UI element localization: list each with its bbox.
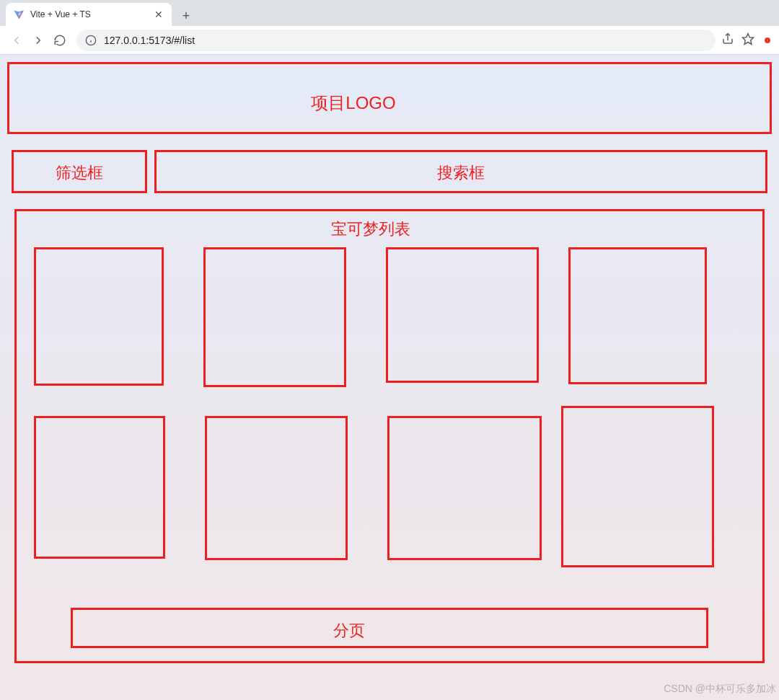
list-title: 宝可梦列表: [12, 218, 729, 240]
search-label: 搜索框: [437, 162, 485, 184]
list-item[interactable]: [568, 247, 707, 384]
vite-favicon-icon: [13, 9, 25, 20]
list-item[interactable]: [34, 247, 164, 386]
new-tab-button[interactable]: +: [176, 6, 196, 26]
filter-box[interactable]: 筛选框: [12, 150, 147, 193]
info-icon[interactable]: [85, 35, 97, 46]
list-container: 宝可梦列表 分页: [14, 209, 765, 663]
list-item[interactable]: [386, 247, 539, 383]
filter-label: 筛选框: [56, 162, 103, 184]
browser-toolbar: 127.0.0.1:5173/#/list: [0, 26, 779, 55]
list-item[interactable]: [387, 416, 542, 560]
toolbar-right: [721, 32, 773, 48]
page-viewport: 项目LOGO 筛选框 搜索框 宝可梦列表 分页 CSDN @中杯可乐多加冰: [0, 55, 779, 700]
browser-chrome: Vite + Vue + TS ✕ + 127.0.0.1:5173/#/lis…: [0, 0, 779, 55]
search-box[interactable]: 搜索框: [154, 150, 767, 193]
filter-search-row: 筛选框 搜索框: [7, 150, 772, 193]
list-item[interactable]: [205, 416, 348, 560]
reload-button[interactable]: [49, 30, 71, 51]
logo-header-box: 项目LOGO: [7, 62, 772, 134]
url-text: 127.0.0.1:5173/#/list: [104, 35, 707, 46]
pagination-label: 分页: [333, 620, 365, 642]
tab-bar: Vite + Vue + TS ✕ +: [0, 0, 779, 26]
svg-marker-4: [743, 33, 754, 44]
star-icon[interactable]: [741, 32, 754, 48]
watermark: CSDN @中杯可乐多加冰: [664, 683, 776, 696]
list-item[interactable]: [561, 406, 714, 567]
address-bar[interactable]: 127.0.0.1:5173/#/list: [76, 30, 716, 51]
notification-dot-icon: [765, 37, 770, 43]
pagination-box[interactable]: 分页: [71, 608, 708, 648]
list-item[interactable]: [34, 416, 165, 559]
back-button[interactable]: [6, 30, 27, 51]
forward-button[interactable]: [27, 30, 49, 51]
list-item[interactable]: [203, 247, 346, 387]
card-grid: [31, 247, 748, 567]
tab-title: Vite + Vue + TS: [30, 9, 153, 19]
share-icon[interactable]: [721, 32, 734, 48]
close-icon[interactable]: ✕: [153, 9, 164, 20]
logo-label: 项目LOGO: [311, 92, 395, 115]
browser-tab[interactable]: Vite + Vue + TS ✕: [6, 3, 172, 26]
